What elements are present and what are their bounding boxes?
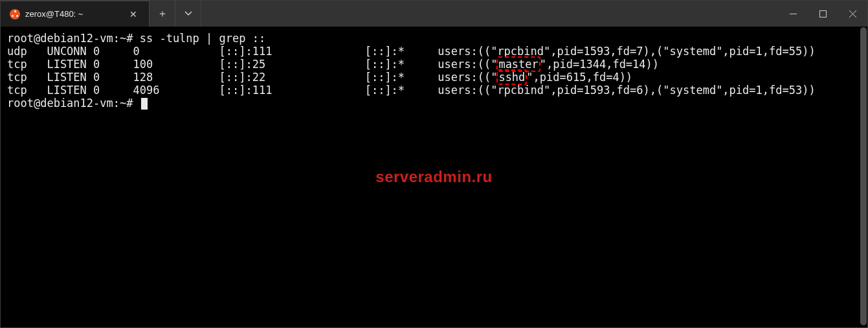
maximize-button[interactable] <box>808 1 838 27</box>
scrollbar-thumb[interactable] <box>860 27 867 325</box>
titlebar-drag-area[interactable] <box>201 1 778 27</box>
maximize-icon <box>819 10 827 18</box>
ubuntu-icon <box>10 9 20 19</box>
window-controls <box>778 1 867 27</box>
close-tab-button[interactable]: ✕ <box>127 8 140 21</box>
terminal-body[interactable]: root@debian12-vm:~# ss -tulnp | grep ::u… <box>1 27 867 327</box>
cursor <box>141 98 148 110</box>
close-icon <box>849 10 856 18</box>
output-row: tcp LISTEN 0 4096 [::]:111 [::]:* users:… <box>7 84 862 97</box>
titlebar: zerox@T480: ~ ✕ ＋ <box>1 1 867 27</box>
tab-strip: zerox@T480: ~ ✕ <box>1 1 150 27</box>
tab-title: zerox@T480: ~ <box>25 9 83 19</box>
output-row: tcp LISTEN 0 128 [::]:22 [::]:* users:((… <box>7 71 862 84</box>
tab-active[interactable]: zerox@T480: ~ ✕ <box>1 1 150 27</box>
svg-rect-0 <box>819 10 826 17</box>
scrollbar[interactable] <box>860 27 867 325</box>
minimize-icon <box>790 10 797 18</box>
new-tab-button[interactable]: ＋ <box>150 1 175 27</box>
command-line: root@debian12-vm:~# ss -tulnp | grep :: <box>7 32 862 45</box>
tab-dropdown-button[interactable] <box>175 1 201 27</box>
output-row: udp UNCONN 0 0 [::]:111 [::]:* users:(("… <box>7 45 862 58</box>
watermark-text: serveradmin.ru <box>375 170 492 183</box>
close-window-button[interactable] <box>838 1 867 27</box>
chevron-down-icon <box>184 10 192 18</box>
prompt-line: root@debian12-vm:~# <box>7 97 862 110</box>
terminal-window: zerox@T480: ~ ✕ ＋ root@debian12-vm:~# ss… <box>0 0 868 328</box>
output-row: tcp LISTEN 0 100 [::]:25 [::]:* users:((… <box>7 58 862 71</box>
highlighted-process: sshd <box>496 69 527 85</box>
minimize-button[interactable] <box>778 1 808 27</box>
